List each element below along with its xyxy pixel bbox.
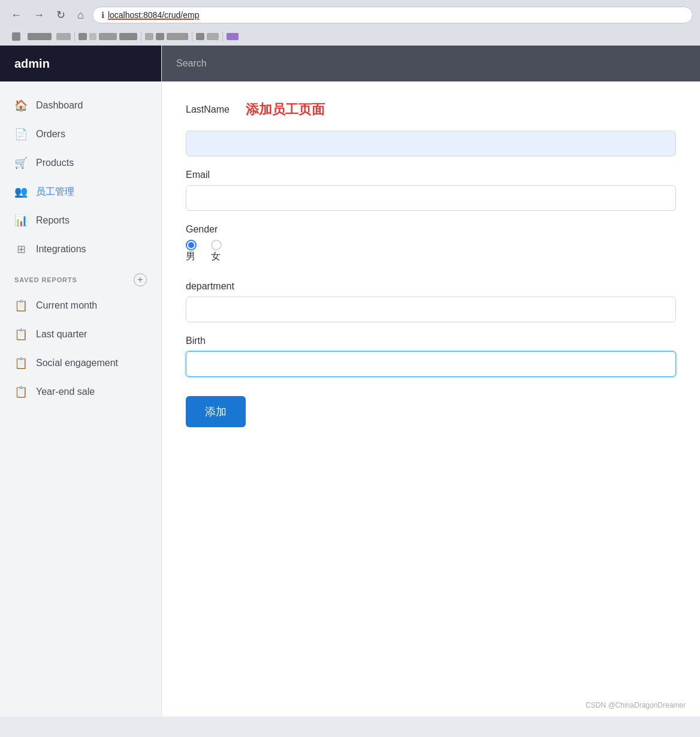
address-text: localhost:8084/crud/emp (108, 10, 684, 20)
page-title: 添加员工页面 (246, 101, 325, 119)
sidebar-nav: 🏠 Dashboard 📄 Orders 🛒 Products 👥 员工管理 📊… (0, 81, 161, 717)
birth-label: Birth (186, 336, 676, 346)
sidebar-item-current-month[interactable]: 📋 Current month (0, 291, 161, 320)
bookmark-item[interactable] (79, 33, 87, 40)
bookmark-separator (192, 32, 192, 41)
gender-male-option[interactable]: 男 (186, 240, 197, 263)
bookmark-separator (222, 32, 223, 41)
sidebar-item-year-end-sale[interactable]: 📋 Year-end sale (0, 377, 161, 406)
main-content: Search LastName 添加员工页面 Email Gender (162, 46, 700, 717)
report-icon: 📋 (14, 299, 28, 312)
bookmark-item[interactable] (156, 33, 164, 40)
sidebar-item-label: 员工管理 (36, 186, 74, 198)
sidebar-item-label: Orders (36, 129, 65, 140)
browser-chrome: ← → ↻ ⌂ ℹ localhost:8084/crud/emp (0, 0, 700, 46)
sidebar-item-integrations[interactable]: ⊞ Integrations (0, 235, 161, 264)
bookmark-item[interactable] (227, 33, 239, 40)
saved-reports-label: SAVED REPORTS (14, 276, 77, 283)
gender-options: 男 女 (186, 240, 676, 268)
browser-toolbar: ← → ↻ ⌂ ℹ localhost:8084/crud/emp (7, 6, 693, 24)
sidebar-item-last-quarter[interactable]: 📋 Last quarter (0, 320, 161, 349)
bookmark-item[interactable] (119, 33, 137, 40)
lastname-label: LastName (186, 104, 234, 115)
sidebar: admin 🏠 Dashboard 📄 Orders 🛒 Products 👥 … (0, 46, 162, 717)
gender-female-radio[interactable] (211, 240, 222, 250)
gender-group: Gender 男 女 (186, 224, 676, 268)
footer-note: CSDN @ChinaDragonDreamer (162, 694, 700, 717)
bookmark-item[interactable] (167, 33, 188, 40)
bookmark-separator (74, 32, 75, 41)
cart-icon: 🛒 (14, 156, 28, 170)
lastname-input[interactable] (186, 131, 676, 156)
bookmark-item[interactable] (207, 33, 219, 40)
bookmark-item[interactable] (145, 33, 153, 40)
back-button[interactable]: ← (7, 7, 25, 24)
orders-icon: 📄 (14, 128, 28, 141)
bookmark-item[interactable] (7, 31, 25, 42)
email-input[interactable] (186, 185, 676, 211)
sidebar-item-reports[interactable]: 📊 Reports (0, 206, 161, 235)
employee-icon: 👥 (14, 185, 28, 198)
forward-button[interactable]: → (30, 7, 48, 24)
sidebar-header: admin (0, 46, 161, 81)
reports-icon: 📊 (14, 214, 28, 227)
department-input[interactable] (186, 297, 676, 322)
lastname-title-row: LastName 添加员工页面 (186, 101, 676, 119)
radio-inner (188, 242, 194, 248)
sidebar-item-social-engagement[interactable]: 📋 Social engagement (0, 349, 161, 377)
form-area: LastName 添加员工页面 Email Gender (162, 81, 700, 694)
birth-group: Birth (186, 336, 676, 377)
gender-female-option[interactable]: 女 (211, 240, 222, 263)
sidebar-item-dashboard[interactable]: 🏠 Dashboard (0, 91, 161, 120)
sidebar-item-label: Last quarter (36, 329, 87, 340)
add-saved-report-button[interactable]: + (134, 273, 147, 286)
lastname-group (186, 131, 676, 156)
saved-reports-section: SAVED REPORTS + (0, 264, 161, 291)
submit-button[interactable]: 添加 (186, 396, 246, 427)
sidebar-item-label: Reports (36, 215, 70, 226)
integrations-icon: ⊞ (14, 243, 28, 256)
bookmark-item[interactable] (28, 33, 52, 40)
sidebar-item-label: Products (36, 158, 74, 168)
bookmark-separator (141, 32, 141, 41)
dashboard-icon: 🏠 (14, 99, 28, 112)
home-button[interactable]: ⌂ (74, 7, 88, 24)
sidebar-item-orders[interactable]: 📄 Orders (0, 120, 161, 149)
main-header: Search (162, 46, 700, 81)
gender-male-label: 男 (186, 251, 195, 261)
bookmark-item[interactable] (89, 33, 96, 40)
sidebar-item-label: Year-end sale (36, 386, 95, 397)
department-label: department (186, 281, 676, 292)
address-bar[interactable]: ℹ localhost:8084/crud/emp (92, 7, 693, 23)
app-container: admin 🏠 Dashboard 📄 Orders 🛒 Products 👥 … (0, 46, 700, 717)
email-group: Email (186, 170, 676, 211)
email-label: Email (186, 170, 676, 180)
sidebar-item-label: Current month (36, 300, 97, 311)
search-placeholder: Search (176, 58, 207, 69)
report-icon: 📋 (14, 385, 28, 398)
sidebar-item-label: Integrations (36, 244, 86, 255)
report-icon: 📋 (14, 328, 28, 341)
sidebar-item-label: Dashboard (36, 100, 83, 111)
refresh-button[interactable]: ↻ (53, 6, 69, 24)
birth-input[interactable] (186, 351, 676, 377)
gender-female-label: 女 (211, 251, 221, 261)
sidebar-title: admin (14, 57, 50, 71)
bookmarks-bar (7, 29, 693, 46)
bookmark-item[interactable] (56, 33, 71, 40)
info-icon: ℹ (101, 10, 104, 20)
department-group: department (186, 281, 676, 322)
sidebar-item-products[interactable]: 🛒 Products (0, 149, 161, 177)
bookmark-item[interactable] (196, 33, 204, 40)
gender-label: Gender (186, 224, 676, 235)
bookmark-item[interactable] (99, 33, 117, 40)
gender-male-radio[interactable] (186, 240, 197, 250)
report-icon: 📋 (14, 357, 28, 370)
sidebar-item-label: Social engagement (36, 358, 118, 369)
sidebar-item-employee[interactable]: 👥 员工管理 (0, 177, 161, 206)
